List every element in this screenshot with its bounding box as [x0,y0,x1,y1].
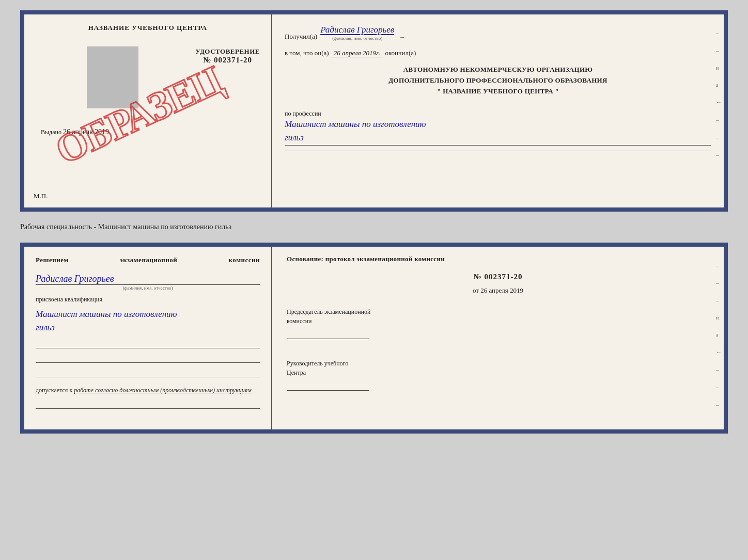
chairman-label: Председатель экзаменационной комиссии [287,307,709,326]
fio-hint-bottom: (фамилия, имя, отчество) [36,285,260,291]
mp-label: М.П. [34,192,48,200]
assigned-text: присвоена квалификация [36,296,260,303]
decision-title: Решением экзаменационной комиссии [36,256,260,264]
head-label: Руководитель учебного Центра [287,359,709,377]
allowed-text: допускается к работе согласно должностны… [36,387,260,394]
underline3 [36,369,260,377]
date-line: в том, что он(а) 26 апреля 2019г. окончи… [285,49,711,57]
chairman-block: Председатель экзаменационной комиссии [287,307,709,339]
head-sign-line [287,379,369,391]
received-line: Получил(а) Радислав Григорьев (фамилия, … [285,25,711,41]
completion-date: 26 апреля 2019г. [331,49,383,57]
top-left-panel: НАЗВАНИЕ УЧЕБНОГО ЦЕНТРА УДОСТОВЕРЕНИЕ №… [24,14,272,207]
head-block: Руководитель учебного Центра [287,351,709,391]
org-line1: АВТОНОМНУЮ НЕКОММЕРЧЕСКУЮ ОРГАНИЗАЦИЮ [285,65,711,75]
bottom-left-panel: Решением экзаменационной комиссии Радисл… [24,247,272,429]
cert-date: Выдано 26 апреля 2019 [36,128,260,136]
qualification-value: Машинист машины по изготовлению гильз [36,308,260,334]
received-name: Радислав Григорьев [320,25,394,35]
underline2 [36,355,260,363]
cert-title: УДОСТОВЕРЕНИЕ [195,47,260,56]
protokol-date: от 26 апреля 2019 [287,286,709,295]
top-school-name: НАЗВАНИЕ УЧЕБНОГО ЦЕНТРА [36,24,260,32]
org-block: АВТОНОМНУЮ НЕКОММЕРЧЕСКУЮ ОРГАНИЗАЦИЮ ДО… [285,65,711,97]
received-name-block: Радислав Григорьев (фамилия, имя, отчест… [320,25,394,41]
org-line3: " НАЗВАНИЕ УЧЕБНОГО ЦЕНТРА " [285,86,711,97]
underline4 [36,401,260,409]
cert-number: № 002371-20 [195,56,260,65]
right-edge-marks: – – и а ← – – – [716,30,722,158]
protokol-number: № 002371-20 [287,273,709,281]
allowed-value: работе согласно должностным (производств… [74,387,252,394]
osnov-title: Основание: протокол экзаменационной коми… [287,255,709,263]
received-label: Получил(а) [285,33,317,41]
underline1 [36,340,260,348]
bottom-right-panel: Основание: протокол экзаменационной коми… [272,247,724,429]
org-line2: ДОПОЛНИТЕЛЬНОГО ПРОФЕССИОНАЛЬНОГО ОБРАЗО… [285,75,711,86]
top-document: НАЗВАНИЕ УЧЕБНОГО ЦЕНТРА УДОСТОВЕРЕНИЕ №… [20,10,728,212]
bottom-right-edge-marks: – – – и а ← – – – [716,262,722,408]
photo-placeholder [87,46,138,108]
prof-value: Машинист машины по изготовлению гильз [285,118,711,151]
separator-label: Рабочая специальность - Машинист машины … [20,221,728,233]
person-name: Радислав Григорьев [36,274,260,285]
fio-hint-top: (фамилия, имя, отчество) [320,36,394,41]
cert-block: УДОСТОВЕРЕНИЕ № 002371-20 [195,47,260,65]
bottom-document: Решением экзаменационной комиссии Радисл… [20,243,728,434]
chairman-sign-line [287,328,369,339]
top-right-panel: Получил(а) Радислав Григорьев (фамилия, … [272,14,724,207]
prof-label: по профессии [285,110,711,118]
